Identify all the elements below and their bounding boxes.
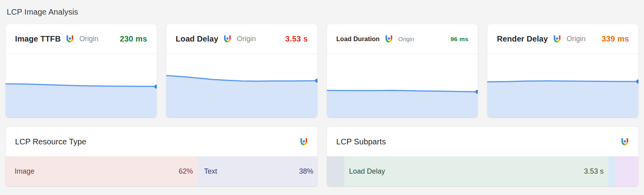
subparts-segment-1[interactable] <box>327 156 344 186</box>
segment-value: 62% <box>179 167 193 176</box>
crux-logo-icon <box>553 35 561 43</box>
subparts-segment-3[interactable] <box>608 156 616 186</box>
scope-label: Origin <box>79 35 98 43</box>
subparts-segment-4[interactable] <box>615 156 638 186</box>
card-title: LCP Resource Type <box>15 137 86 146</box>
sparkline-end-dot <box>315 79 317 83</box>
card-header: LCP Resource Type <box>6 127 317 156</box>
segment-value: 3.53 s <box>584 167 604 176</box>
resource-type-stacked-bar: Image 62% Text 38% <box>6 156 317 186</box>
metric-title: Load Duration <box>336 36 380 43</box>
card-title: LCP Subparts <box>336 137 386 146</box>
segment-label: Load Delay <box>349 167 385 176</box>
metric-card-load-duration[interactable]: Load Duration Origin 96 ms <box>327 24 478 117</box>
metric-value: 339 ms <box>602 34 629 44</box>
sparkline-chart <box>6 54 157 117</box>
sparkline-chart <box>487 54 638 117</box>
metric-card-header: Render Delay Origin 339 ms <box>487 24 638 54</box>
resource-type-segment-text[interactable]: Text 38% <box>197 156 317 186</box>
metric-card-render-delay[interactable]: Render Delay Origin 339 ms <box>487 24 638 117</box>
metric-title: Image TTFB <box>15 34 61 44</box>
metric-cards-row: Image TTFB Origin 230 ms Load Delay Orig… <box>6 24 638 117</box>
section-title: LCP Image Analysis <box>7 7 638 17</box>
metric-card-header: Load Duration Origin 96 ms <box>327 24 478 54</box>
metric-card-load-delay[interactable]: Load Delay Origin 3.53 s <box>166 24 317 117</box>
scope-label: Origin <box>237 35 256 43</box>
segment-value: 38% <box>299 167 313 176</box>
crux-logo-icon <box>385 35 393 43</box>
lcp-subparts-card[interactable]: LCP Subparts Load Delay 3.53 s <box>327 127 639 186</box>
metric-card-image-ttfb[interactable]: Image TTFB Origin 230 ms <box>6 24 157 117</box>
scope-label: Origin <box>398 36 414 42</box>
crux-logo-icon <box>66 35 74 43</box>
sparkline-chart <box>166 54 317 117</box>
lcp-resource-type-card[interactable]: LCP Resource Type Image 62% Text 38% <box>6 127 317 186</box>
card-header: LCP Subparts <box>327 127 639 156</box>
metric-value: 96 ms <box>450 36 468 43</box>
segment-label: Text <box>204 167 217 176</box>
crux-logo-icon <box>300 138 308 146</box>
metric-value: 230 ms <box>120 34 147 44</box>
metric-value: 3.53 s <box>285 34 308 44</box>
sparkline-end-dot <box>475 90 478 94</box>
sparkline-end-dot <box>154 85 157 89</box>
resource-type-segment-image[interactable]: Image 62% <box>6 156 197 186</box>
segment-label: Image <box>15 167 34 176</box>
sparkline-chart <box>327 54 478 117</box>
scope-label: Origin <box>566 35 585 43</box>
subparts-segment-load-delay[interactable]: Load Delay 3.53 s <box>344 156 608 186</box>
subparts-stacked-bar: Load Delay 3.53 s <box>327 156 639 186</box>
metric-title: Render Delay <box>497 34 548 44</box>
metric-card-header: Load Delay Origin 3.53 s <box>166 24 317 54</box>
metric-card-header: Image TTFB Origin 230 ms <box>6 24 157 54</box>
lcp-image-analysis-section: LCP Image Analysis Image TTFB Origin 230… <box>0 0 644 186</box>
crux-logo-icon <box>223 35 232 43</box>
metric-title: Load Delay <box>176 34 218 44</box>
sparkline-end-dot <box>636 80 638 83</box>
breakdown-cards-row: LCP Resource Type Image 62% Text 38% LCP… <box>6 127 638 186</box>
crux-logo-icon <box>621 138 629 146</box>
